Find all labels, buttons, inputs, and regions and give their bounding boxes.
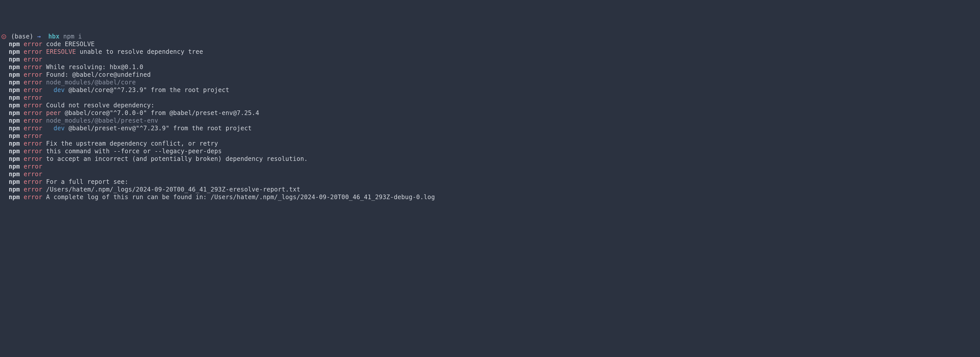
plain-text <box>42 79 46 86</box>
plain-text <box>42 86 54 94</box>
error-text: error <box>24 102 42 109</box>
output-line[interactable]: npm error Fix the upstream dependency co… <box>2 140 980 148</box>
plain-text: Found: @babel/core@undefined <box>42 71 151 78</box>
error-text: error <box>24 79 42 86</box>
error-text: error <box>24 94 42 101</box>
npm-text: npm <box>9 171 20 178</box>
output-line[interactable]: npm error node_modules/@babel/core <box>2 79 980 86</box>
plain-text: /Users/hatem/.npm/_logs/2024-09-20T00_46… <box>42 186 301 193</box>
output-line[interactable]: npm error <box>2 132 980 140</box>
plain-text <box>20 48 24 56</box>
plain-text: to accept an incorrect (and potentially … <box>42 155 308 162</box>
npm-text: npm <box>9 140 20 147</box>
error-text: error <box>24 56 42 63</box>
output-line[interactable]: npm error A complete log of this run can… <box>2 193 980 201</box>
plain-text: code ERESOLVE <box>42 41 95 48</box>
plain-text: Fix the upstream dependency conflict, or… <box>42 140 218 147</box>
plain-text <box>20 56 24 63</box>
output-line[interactable]: npm error For a full report see: <box>2 178 980 186</box>
plain-text <box>42 117 46 124</box>
prompt-line[interactable]: × (base) → hbx npm i <box>2 33 980 40</box>
plain-text <box>42 109 46 117</box>
plain-text <box>20 186 24 193</box>
plain-text <box>20 41 24 48</box>
plain-text <box>20 109 24 117</box>
output-line[interactable]: npm error <box>2 163 980 170</box>
error-text: error <box>24 186 42 193</box>
dev-text: dev <box>54 125 65 132</box>
plain-text <box>20 132 24 140</box>
plain-text: @babel/preset-env@"^7.23.9" from the roo… <box>65 125 251 132</box>
output-line[interactable]: npm error Found: @babel/core@undefined <box>2 71 980 79</box>
output-line[interactable]: npm error ERESOLVE unable to resolve dep… <box>2 48 980 56</box>
plain-text <box>20 194 24 201</box>
output-line[interactable]: npm error <box>2 94 980 102</box>
error-text: error <box>24 163 42 170</box>
error-text: error <box>24 148 42 155</box>
output-line[interactable]: npm error peer @babel/core@"^7.0.0-0" fr… <box>2 109 980 117</box>
output-line[interactable]: npm error Could not resolve dependency: <box>2 102 980 109</box>
error-text: error <box>24 178 42 186</box>
npm-text: npm <box>9 132 20 140</box>
npm-text: npm <box>9 71 20 78</box>
npm-text: npm <box>9 125 20 132</box>
plain-text <box>20 171 24 178</box>
plain-text <box>20 163 24 170</box>
npm-text: npm <box>9 102 20 109</box>
output-line[interactable]: npm error While resolving: hbx@0.1.0 <box>2 63 980 71</box>
error-text: error <box>24 140 42 147</box>
npm-text: npm <box>9 148 20 155</box>
error-text: error <box>24 132 42 140</box>
npm-text: npm <box>9 94 20 101</box>
plain-text <box>20 125 24 132</box>
prompt-arrow-icon: → <box>37 33 41 40</box>
output-line[interactable]: npm error dev @babel/preset-env@"^7.23.9… <box>2 124 980 132</box>
output-line[interactable]: npm error to accept an incorrect (and po… <box>2 155 980 163</box>
plain-text: For a full report see: <box>42 178 128 186</box>
npm-text: npm <box>9 117 20 124</box>
plain-text <box>20 63 24 71</box>
plain-text: this command with --force or --legacy-pe… <box>42 148 222 155</box>
error-icon: × <box>2 35 6 39</box>
error-text: error <box>24 125 42 132</box>
path-text: node_modules/@babel/core <box>46 79 136 86</box>
error-text: error <box>24 194 42 201</box>
npm-text: npm <box>9 163 20 170</box>
plain-text <box>20 102 24 109</box>
output-line[interactable]: npm error /Users/hatem/.npm/_logs/2024-0… <box>2 186 980 193</box>
error-text: error <box>24 155 42 162</box>
typed-command[interactable]: npm i <box>59 33 82 40</box>
plain-text: @babel/core@"^7.0.0-0" from @babel/prese… <box>61 109 259 117</box>
npm-text: npm <box>9 178 20 186</box>
output-line[interactable]: npm error <box>2 56 980 63</box>
plain-text: @babel/core@"^7.23.9" from the root proj… <box>65 86 229 94</box>
output-line[interactable]: npm error dev @babel/core@"^7.23.9" from… <box>2 86 980 94</box>
dev-text: dev <box>54 86 65 94</box>
npm-text: npm <box>9 109 20 117</box>
plain-text: unable to resolve dependency tree <box>76 48 203 56</box>
output-line[interactable]: npm error <box>2 170 980 178</box>
error-text: error <box>24 41 42 48</box>
npm-text: npm <box>9 86 20 94</box>
error-text: error <box>24 71 42 78</box>
output-line[interactable]: npm error node_modules/@babel/preset-env <box>2 117 980 124</box>
cwd: hbx <box>41 33 59 40</box>
npm-text: npm <box>9 41 20 48</box>
error-text: error <box>24 117 42 124</box>
peer-text: peer <box>46 109 61 117</box>
plain-text <box>20 155 24 162</box>
plain-text <box>20 140 24 147</box>
conda-env: (base) <box>7 33 37 40</box>
plain-text <box>20 117 24 124</box>
path-text: node_modules/@babel/preset-env <box>46 117 158 124</box>
plain-text <box>42 125 54 132</box>
error-text: error <box>24 109 42 117</box>
plain-text <box>20 178 24 186</box>
npm-text: npm <box>9 79 20 86</box>
npm-text: npm <box>9 56 20 63</box>
plain-text <box>20 148 24 155</box>
output-line[interactable]: npm error code ERESOLVE <box>2 40 980 48</box>
plain-text <box>20 79 24 86</box>
output-line[interactable]: npm error this command with --force or -… <box>2 148 980 155</box>
terminal-output[interactable]: × (base) → hbx npm inpm error code ERESO… <box>2 33 980 201</box>
